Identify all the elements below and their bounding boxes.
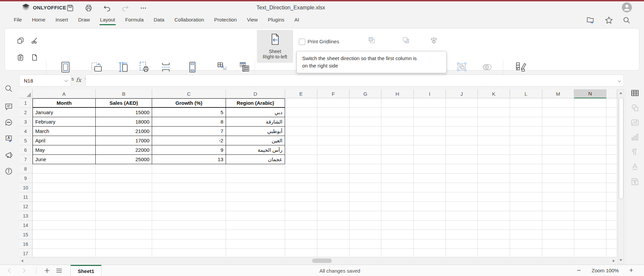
cell[interactable] [285,202,317,211]
cell[interactable] [542,221,574,230]
spellcheck-button[interactable] [5,135,13,143]
scroll-up-arrow-icon[interactable] [619,92,622,94]
row-header-2[interactable]: 2 [19,108,33,117]
cell[interactable] [226,221,285,230]
cell[interactable] [152,192,226,202]
cell[interactable] [285,221,317,230]
cell[interactable] [510,136,542,145]
tab-ai[interactable]: AI [289,13,304,26]
cell[interactable] [317,183,350,192]
cell[interactable] [381,202,414,211]
cell[interactable] [606,108,617,117]
cell[interactable] [285,127,317,136]
cell[interactable] [542,174,574,183]
cell[interactable] [510,192,542,202]
column-header-l[interactable]: L [510,89,542,98]
cell[interactable] [33,202,96,211]
cell[interactable] [606,164,617,174]
send-backward-button[interactable] [401,36,411,45]
cell[interactable] [381,221,414,230]
cell[interactable] [152,174,226,183]
cell[interactable] [350,183,381,192]
sheet-right-to-left-button[interactable]: Sheet Right-to-left [257,30,293,63]
cell[interactable] [446,202,478,211]
cell[interactable] [350,174,381,183]
cell[interactable] [414,164,446,174]
cell[interactable] [446,211,478,221]
column-header-g[interactable]: G [350,89,381,98]
cell[interactable] [285,108,317,117]
horizontal-scroll-thumb[interactable] [312,259,332,263]
cell[interactable]: May [33,145,96,155]
favorite-button[interactable] [604,15,613,25]
cell[interactable]: -2 [152,136,226,145]
cell[interactable] [317,211,350,221]
zoom-in-button[interactable]: + [627,266,635,274]
cell[interactable] [350,164,381,174]
cell[interactable] [510,108,542,117]
cell[interactable]: عجمان [226,155,285,164]
cell[interactable] [510,164,542,174]
cell[interactable] [33,230,96,239]
cell[interactable] [446,98,478,108]
cell[interactable] [574,155,606,164]
cell[interactable] [381,155,414,164]
cell-settings-button[interactable] [631,89,639,97]
cell[interactable] [574,249,606,257]
column-header-h[interactable]: H [381,89,414,98]
cell[interactable] [574,98,606,108]
cell[interactable] [446,145,478,155]
cell[interactable] [606,202,617,211]
cell[interactable] [478,249,510,257]
cell[interactable] [606,98,617,108]
cell[interactable] [574,230,606,239]
cell[interactable] [317,230,350,239]
cell[interactable] [317,221,350,230]
cell[interactable] [606,249,617,257]
cell[interactable] [446,192,478,202]
cell[interactable] [446,136,478,145]
cell[interactable] [317,127,350,136]
cell[interactable] [542,127,574,136]
cell[interactable]: دبي [226,108,285,117]
cell[interactable] [96,211,152,221]
cell[interactable] [510,249,542,257]
cell[interactable] [478,183,510,192]
cell[interactable]: 7 [152,127,226,136]
cell[interactable]: 17000 [96,136,152,145]
cell[interactable] [478,239,510,249]
cell[interactable] [152,239,226,249]
undo-button[interactable] [103,4,111,12]
cell[interactable] [510,155,542,164]
bring-forward-button[interactable] [367,36,376,45]
cell-name-box[interactable]: N18 [19,75,71,87]
row-header-7[interactable]: 7 [19,155,33,164]
cell[interactable] [574,127,606,136]
cell[interactable] [478,155,510,164]
cell[interactable] [542,202,574,211]
cell[interactable] [226,230,285,239]
column-header-i[interactable]: I [414,89,446,98]
cell[interactable] [542,117,574,127]
row-header-5[interactable]: 5 [19,136,33,145]
textart-settings-button[interactable] [631,163,639,171]
column-header-m[interactable]: M [542,89,574,98]
tab-layout[interactable]: Layout [95,13,120,26]
cell[interactable] [96,174,152,183]
cell[interactable] [96,221,152,230]
vertical-scrollbar[interactable] [618,89,624,264]
row-header-6[interactable]: 6 [19,145,33,155]
slicer-settings-button[interactable] [631,177,639,186]
cell[interactable]: March [33,127,96,136]
cell[interactable] [606,155,617,164]
cell[interactable] [381,117,414,127]
cell[interactable] [606,230,617,239]
cell[interactable] [285,98,317,108]
cell[interactable] [350,230,381,239]
row-header-17[interactable]: 17 [19,249,33,257]
cell[interactable] [33,211,96,221]
cell[interactable] [414,221,446,230]
column-header-stub[interactable] [606,89,617,98]
prev-sheet-button[interactable] [8,268,13,273]
cell[interactable] [478,98,510,108]
